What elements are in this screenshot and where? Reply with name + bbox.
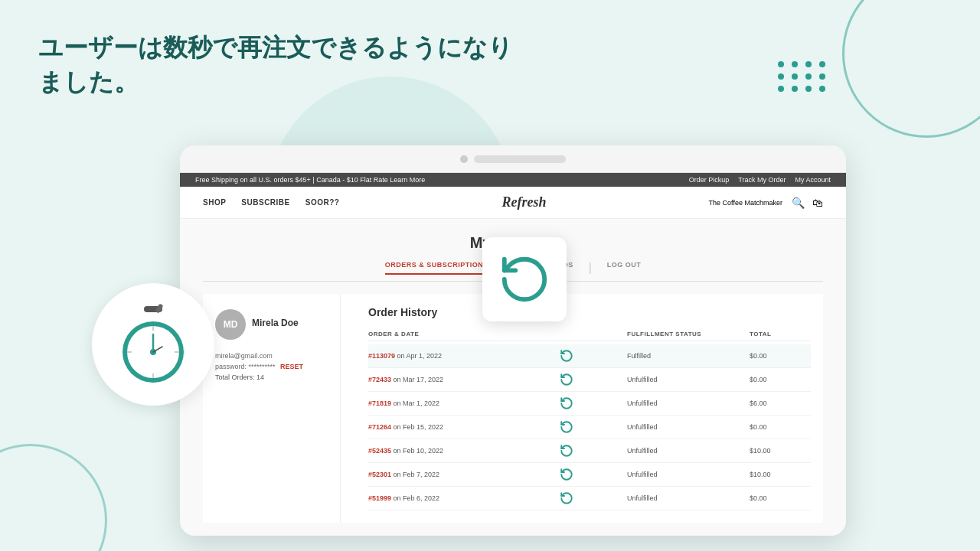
tablet-dot: [460, 155, 468, 163]
order-total: $10.00: [750, 447, 811, 455]
reorder-button[interactable]: [506, 444, 627, 458]
banner-link-track[interactable]: Track My Order: [738, 176, 786, 184]
order-total: $10.00: [750, 471, 811, 478]
fulfillment-status: Unfulfilled: [627, 447, 750, 455]
order-id[interactable]: #52435 on Feb 10, 2022: [368, 447, 506, 455]
fulfillment-status: Unfulfilled: [627, 376, 750, 383]
order-id[interactable]: #52301 on Feb 7, 2022: [368, 471, 506, 478]
total-orders: Total Orders: 14: [215, 373, 328, 381]
banner-text: Free Shipping on all U.S. orders $45+ | …: [195, 176, 425, 184]
table-row: #52301 on Feb 7, 2022 Unfulfilled $10.00: [368, 463, 811, 487]
order-total: $0.00: [750, 494, 811, 502]
header-fulfillment: FULFILLMENT STATUS: [627, 331, 750, 337]
reset-link[interactable]: RESET: [280, 363, 303, 370]
website-content: Free Shipping on all U.S. orders $45+ | …: [180, 173, 846, 536]
account-sidebar: MD Mirela Doe mirela@gmail.com password:…: [203, 294, 341, 523]
cart-icon[interactable]: 🛍: [812, 197, 823, 209]
banner-link-account[interactable]: My Account: [795, 176, 831, 184]
order-id[interactable]: #113079 on Apr 1, 2022: [368, 352, 506, 360]
tab-logout[interactable]: LOG OUT: [607, 261, 642, 275]
stopwatch-icon: [92, 283, 214, 406]
nav-soor[interactable]: SOOR??: [305, 198, 340, 207]
order-total: $0.00: [750, 352, 811, 360]
headline-line2: ました。: [38, 65, 513, 99]
table-row: #52435 on Feb 10, 2022 Unfulfilled $10.0…: [368, 439, 811, 463]
order-id[interactable]: #72433 on Mar 17, 2022: [368, 376, 506, 383]
nav-icons: 🔍 🛍: [792, 197, 823, 209]
table-row: #113079 on Apr 1, 2022 Fulfilled $0.00: [368, 344, 811, 368]
reorder-button[interactable]: [506, 420, 627, 434]
user-email: mirela@gmail.com: [215, 352, 328, 360]
user-name: Mirela Doe: [252, 318, 299, 328]
banner-right: Order Pickup Track My Order My Account: [689, 176, 831, 184]
order-id[interactable]: #71264 on Feb 15, 2022: [368, 423, 506, 431]
nav-bar: SHOP SUBSCRIBE SOOR?? Refresh The Coffee…: [180, 187, 846, 219]
user-avatar: MD: [215, 309, 246, 340]
fulfillment-status: Unfulfilled: [627, 494, 750, 502]
order-table-header: ORDER & DATE FULFILLMENT STATUS TOTAL: [368, 328, 811, 341]
header-total: TOTAL: [750, 331, 811, 337]
tab-orders[interactable]: ORDERS & SUBSCRIPTIONS: [385, 261, 488, 275]
reorder-button[interactable]: [506, 373, 627, 386]
order-history-title: Order History: [368, 306, 811, 318]
bg-circle-top-right: [842, 0, 980, 138]
tablet-url-bar: [474, 155, 566, 163]
banner-link-pickup[interactable]: Order Pickup: [689, 176, 730, 184]
nav-subscribe[interactable]: SUBSCRIBE: [241, 198, 289, 207]
table-row: #72433 on Mar 17, 2022 Unfulfilled $0.00: [368, 368, 811, 392]
fulfillment-status: Unfulfilled: [627, 423, 750, 431]
big-reorder-overlay[interactable]: [482, 237, 567, 321]
bg-circle-bottom-left: [0, 444, 107, 551]
fulfillment-status: Fulfilled: [627, 352, 750, 360]
reorder-button[interactable]: [506, 491, 627, 505]
user-password: password: ********** RESET: [215, 363, 328, 370]
dots-grid: [778, 61, 827, 92]
tab-divider2: |: [589, 261, 592, 275]
nav-shop[interactable]: SHOP: [203, 198, 226, 207]
fulfillment-status: Unfulfilled: [627, 399, 750, 407]
search-icon[interactable]: 🔍: [792, 197, 805, 209]
header-order-date: ORDER & DATE: [368, 331, 506, 337]
fulfillment-status: Unfulfilled: [627, 471, 750, 478]
tablet-frame: Free Shipping on all U.S. orders $45+ | …: [180, 145, 846, 536]
headline: ユーザーは数秒で再注文できるようになり ました。: [38, 31, 513, 99]
account-layout: MD Mirela Doe mirela@gmail.com password:…: [203, 294, 823, 523]
headline-line1: ユーザーは数秒で再注文できるようになり: [38, 31, 513, 65]
table-row: #51999 on Feb 6, 2022 Unfulfilled $0.00: [368, 487, 811, 510]
order-history: Order History ORDER & DATE FULFILLMENT S…: [356, 294, 823, 523]
nav-tagline: The Coffee Matchmaker: [709, 199, 782, 207]
header-reorder: [506, 331, 627, 337]
reorder-button[interactable]: [506, 349, 627, 363]
top-banner: Free Shipping on all U.S. orders $45+ | …: [180, 173, 846, 187]
nav-right: The Coffee Matchmaker 🔍 🛍: [709, 197, 823, 209]
order-total: $6.00: [750, 399, 811, 407]
table-row: #71819 on Mar 1, 2022 Unfulfilled $6.00: [368, 392, 811, 416]
order-id[interactable]: #71819 on Mar 1, 2022: [368, 399, 506, 407]
banner-left: Free Shipping on all U.S. orders $45+ | …: [195, 176, 425, 184]
nav-links: SHOP SUBSCRIBE SOOR??: [203, 198, 339, 207]
reorder-button[interactable]: [506, 468, 627, 481]
order-id[interactable]: #51999 on Feb 6, 2022: [368, 494, 506, 502]
tablet-top-bar: [180, 145, 846, 173]
reorder-button[interactable]: [506, 396, 627, 410]
order-total: $0.00: [750, 376, 811, 383]
order-total: $0.00: [750, 423, 811, 431]
brand-name: Refresh: [502, 194, 547, 210]
table-row: #71264 on Feb 15, 2022 Unfulfilled $0.00: [368, 416, 811, 439]
